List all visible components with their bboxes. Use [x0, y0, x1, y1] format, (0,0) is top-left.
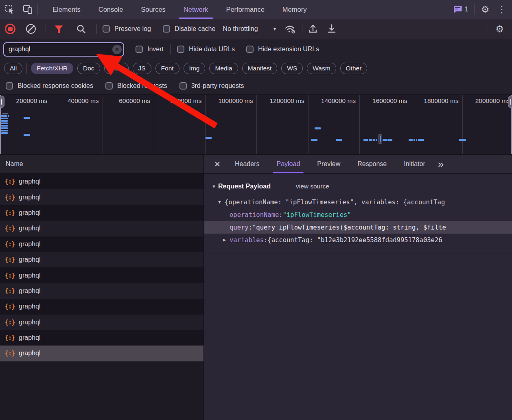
clear-filter-icon[interactable]: ✕: [112, 45, 122, 54]
invert-checkbox[interactable]: Invert: [136, 46, 164, 53]
checkbox-box[interactable]: [136, 46, 143, 53]
caret-right-icon[interactable]: ▶: [223, 237, 230, 243]
checkbox-box[interactable]: [6, 82, 13, 90]
chip-fetch-xhr[interactable]: Fetch/XHR: [31, 63, 73, 74]
request-rows: {:}graphql{:}graphql{:}graphql{:}graphql…: [0, 174, 203, 361]
timeline-tick-label: 400000 ms: [68, 97, 99, 105]
hide-extension-urls-checkbox[interactable]: Hide extension URLs: [246, 46, 319, 53]
more-tabs-icon[interactable]: »: [434, 155, 447, 173]
network-activity-bar: [387, 139, 392, 141]
tab-elements[interactable]: Elements: [44, 0, 90, 19]
chip-doc[interactable]: Doc: [77, 63, 100, 74]
network-activity-bar: [373, 139, 375, 141]
throttling-dropdown[interactable]: No throttling ▼: [221, 25, 278, 33]
timeline-tick-label: 200000 ms: [16, 97, 48, 105]
export-har-icon[interactable]: [327, 24, 337, 34]
payload-value: "ipFlowTimeseries": [283, 211, 351, 219]
timeline-brush-grip-left[interactable]: [0, 96, 4, 108]
detail-tab-initiator[interactable]: Initiator: [395, 155, 433, 173]
network-conditions-icon[interactable]: [284, 24, 296, 34]
json-braces-icon: {:}: [5, 350, 15, 357]
settings-gear-icon[interactable]: ⚙: [477, 5, 493, 14]
checkbox-box[interactable]: [103, 25, 110, 33]
chip-manifest[interactable]: Manifest: [242, 63, 278, 74]
blocked-response-cookies-checkbox[interactable]: Blocked response cookies: [6, 82, 93, 90]
timeline-brush-grip-right[interactable]: [508, 96, 512, 108]
import-har-icon[interactable]: [308, 24, 318, 34]
request-row[interactable]: {:}graphql: [0, 221, 203, 236]
network-activity-bar: [1, 118, 8, 119]
timeline-segment: 2000000 ms: [463, 95, 512, 154]
chip-img[interactable]: Img: [184, 63, 206, 74]
preserve-log-checkbox[interactable]: Preserve log: [103, 25, 151, 33]
chip-other[interactable]: Other: [340, 63, 368, 74]
chip-ws[interactable]: WS: [281, 63, 303, 74]
chip-wasm[interactable]: Wasm: [307, 63, 336, 74]
checkbox-box[interactable]: [179, 82, 187, 90]
payload-value: {accountTag: "b12e3b2192ee5588fdad995178…: [267, 236, 442, 244]
issues-counter-button[interactable]: 1: [450, 5, 472, 13]
network-settings-gear-icon[interactable]: ⚙: [492, 24, 507, 34]
chip-all[interactable]: All: [4, 63, 22, 74]
payload-row-query[interactable]: query: "query ipFlowTimeseries($accountT…: [204, 221, 512, 234]
request-row[interactable]: {:}graphql: [0, 252, 203, 267]
detail-tab-preview[interactable]: Preview: [309, 155, 349, 173]
request-row[interactable]: {:}graphql: [0, 236, 203, 252]
request-row[interactable]: {:}graphql: [0, 283, 203, 299]
request-row[interactable]: {:}graphql: [0, 189, 203, 205]
network-main-split: Name {:}graphql{:}graphql{:}graphql{:}gr…: [0, 155, 512, 420]
blocked-response-cookies-label: Blocked response cookies: [18, 82, 93, 90]
disable-cache-checkbox[interactable]: Disable cache: [163, 25, 216, 33]
chip-media[interactable]: Media: [209, 63, 238, 74]
request-name: graphql: [19, 256, 40, 263]
request-row[interactable]: {:}graphql: [0, 330, 203, 346]
checkbox-box[interactable]: [105, 82, 113, 90]
detail-tab-headers[interactable]: Headers: [226, 155, 268, 173]
detail-tab-response[interactable]: Response: [349, 155, 395, 173]
tab-console[interactable]: Console: [90, 0, 132, 19]
payload-row-variables[interactable]: ▶variables: {accountTag: "b12e3b2192ee55…: [204, 234, 512, 246]
tab-network[interactable]: Network: [175, 0, 217, 19]
chip-css[interactable]: CSS: [104, 63, 129, 74]
clear-network-log-icon[interactable]: [26, 24, 36, 34]
checkbox-box[interactable]: [163, 25, 170, 33]
blocked-requests-checkbox[interactable]: Blocked requests: [105, 82, 167, 90]
caret-down-icon[interactable]: ▼: [218, 199, 225, 205]
checkbox-box[interactable]: [177, 46, 184, 53]
chip-js[interactable]: JS: [133, 63, 151, 74]
timeline-tick-label: 800000 ms: [170, 97, 201, 105]
filter-funnel-icon[interactable]: [52, 25, 66, 33]
network-overview-timeline[interactable]: 200000 ms400000 ms600000 ms800000 ms1000…: [0, 95, 512, 155]
inspect-element-icon[interactable]: [0, 0, 19, 19]
request-payload-section[interactable]: ▼ Request Payload view source: [204, 179, 512, 193]
hide-data-urls-checkbox[interactable]: Hide data URLs: [177, 46, 235, 53]
request-row[interactable]: {:}graphql: [0, 315, 203, 330]
close-detail-icon[interactable]: ✕: [208, 155, 226, 173]
chip-divider: [26, 63, 27, 74]
record-network-log-button[interactable]: [5, 24, 15, 34]
payload-root-row[interactable]: ▼ {operationName: "ipFlowTimeseries", va…: [204, 196, 512, 208]
network-activity-bar: [459, 139, 466, 141]
request-row[interactable]: {:}graphql: [0, 174, 203, 189]
detail-tab-payload[interactable]: Payload: [268, 155, 309, 173]
tab-performance[interactable]: Performance: [217, 0, 273, 19]
request-row[interactable]: {:}graphql: [0, 205, 203, 221]
colon: :: [279, 211, 282, 219]
network-filter-row: ✕ Invert Hide data URLs Hide extension U…: [0, 39, 512, 59]
name-column-header[interactable]: Name: [0, 155, 203, 174]
view-source-link[interactable]: view source: [296, 183, 329, 190]
request-row[interactable]: {:}graphql: [0, 346, 203, 361]
section-caret-icon[interactable]: ▼: [212, 184, 218, 189]
chip-font[interactable]: Font: [155, 63, 179, 74]
3rd-party-requests-checkbox[interactable]: 3rd-party requests: [179, 82, 244, 90]
search-icon[interactable]: [72, 24, 91, 34]
filter-input[interactable]: [3, 42, 124, 57]
request-row[interactable]: {:}graphql: [0, 299, 203, 314]
device-toolbar-icon[interactable]: [19, 0, 37, 19]
tab-memory[interactable]: Memory: [274, 0, 316, 19]
request-row[interactable]: {:}graphql: [0, 267, 203, 283]
checkbox-box[interactable]: [246, 46, 254, 53]
payload-row-operationname[interactable]: operationName: "ipFlowTimeseries": [204, 208, 512, 221]
kebab-menu-icon[interactable]: ⋮: [496, 5, 508, 14]
tab-sources[interactable]: Sources: [132, 0, 175, 19]
